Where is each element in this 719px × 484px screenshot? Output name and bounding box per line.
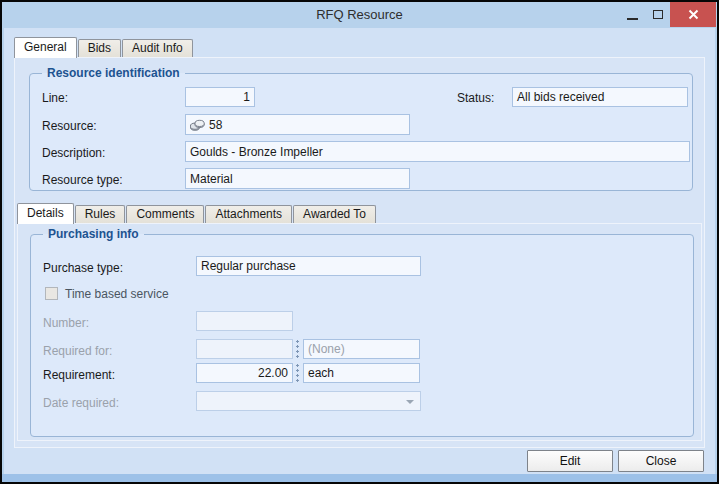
status-field[interactable]: All bids received [512,87,688,107]
number-field [196,311,293,331]
line-field[interactable]: 1 [185,87,255,107]
main-tab-strip: General Bids Audit Info [14,38,194,57]
description-label: Description: [42,146,105,160]
purchasing-info-title: Purchasing info [43,227,144,241]
close-icon [688,9,699,20]
resource-label: Resource: [42,119,97,133]
tab-audit-info[interactable]: Audit Info [122,39,193,57]
resource-identification-title: Resource identification [42,66,185,80]
minimize-button[interactable] [620,2,645,27]
tab-general[interactable]: General [14,37,77,58]
date-required-label: Date required: [43,396,119,410]
tab-bids[interactable]: Bids [78,39,121,57]
edit-button[interactable]: Edit [527,450,613,472]
resource-identification-group: Resource identification Line: 1 Status: … [29,73,693,191]
required-for-field [196,339,293,359]
tab-awarded-to[interactable]: Awarded To [293,205,376,223]
grip-dots-icon [295,363,300,383]
description-field[interactable]: Goulds - Bronze Impeller [185,141,690,162]
rfq-resource-window: RFQ Resource General Bids Audit Info [0,0,719,484]
tab-details[interactable]: Details [17,203,74,224]
time-based-service-label: Time based service [65,287,169,301]
maximize-icon [653,10,663,19]
resource-type-label: Resource type: [42,173,123,187]
number-label: Number: [43,316,89,330]
requirement-unit-field[interactable]: each [303,363,420,383]
tab-comments[interactable]: Comments [126,205,204,223]
details-tab-page: Purchasing info Purchase type: Regular p… [17,223,702,441]
purchase-type-field[interactable]: Regular purchase [196,256,421,276]
status-label: Status: [457,91,494,105]
purchase-type-label: Purchase type: [43,261,123,275]
general-tab-page: Resource identification Line: 1 Status: … [14,57,705,448]
requirement-label: Requirement: [43,368,115,382]
resource-type-field[interactable]: Material [185,168,410,189]
close-button[interactable] [670,2,716,27]
detail-tab-strip: Details Rules Comments Attachments Award… [17,204,377,223]
window-bottom-edge [2,474,717,482]
date-required-combobox [196,391,421,411]
chevron-down-icon [406,400,414,404]
time-based-service-checkbox [45,287,58,300]
close-dialog-button[interactable]: Close [618,450,704,472]
required-for-label: Required for: [43,344,112,358]
resource-field[interactable]: 58 [185,114,410,135]
titlebar: RFQ Resource [2,2,717,28]
purchasing-info-group: Purchasing info Purchase type: Regular p… [30,234,694,437]
resource-coins-icon [190,119,205,131]
maximize-button[interactable] [645,2,670,27]
tab-rules[interactable]: Rules [75,205,126,223]
line-label: Line: [42,91,68,105]
dialog-body: General Bids Audit Info Resource identif… [4,28,715,474]
required-for-linked-field: (None) [303,339,420,359]
requirement-field[interactable]: 22.00 [196,363,293,383]
tab-attachments[interactable]: Attachments [205,205,292,223]
minimize-icon [627,18,638,20]
window-controls [620,2,716,27]
grip-dots-icon [295,339,300,359]
window-title: RFQ Resource [2,2,717,28]
